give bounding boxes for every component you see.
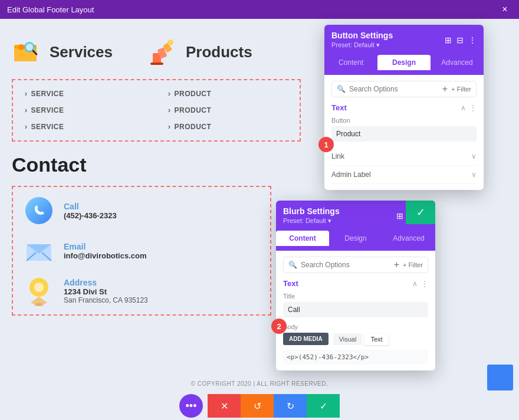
toolbar-more-button[interactable]: ••• [179, 394, 203, 418]
list-item: PRODUCT [168, 123, 288, 131]
search-bar: 🔍 + + Filter [331, 81, 477, 97]
link-label: Link [331, 152, 344, 160]
text-tab[interactable]: Text [364, 333, 388, 345]
email-value: info@divirobotics.com [64, 251, 147, 260]
toolbar-close-button[interactable]: ✕ [208, 394, 241, 418]
link-row[interactable]: Link ∨ [331, 147, 477, 166]
address-label: Address [64, 278, 148, 287]
contact-dashed-section: Call (452)-436-2323 Email info@divirob [12, 186, 271, 316]
button-field-label: Button [331, 117, 477, 124]
blue-square [487, 365, 513, 391]
blurb-tab-content[interactable]: Content [276, 231, 329, 246]
list-item: PRODUCT [168, 106, 288, 114]
panel-preset[interactable]: Preset: Default ▾ [331, 41, 393, 49]
products-title: Products [186, 43, 252, 61]
service-item: Services [12, 37, 113, 67]
call-label: Call [64, 202, 117, 211]
step-badge-2: 2 [271, 319, 287, 334]
tab-design[interactable]: Design [377, 55, 431, 70]
tab-content[interactable]: Content [324, 55, 377, 70]
product-item: Products [148, 37, 252, 67]
blurb-tab-design[interactable]: Design [329, 231, 382, 246]
blurb-filter-icon: + [394, 260, 399, 270]
map-pin-icon [27, 275, 51, 306]
svg-point-16 [34, 283, 44, 292]
blurb-checkmark-button[interactable]: ✓ [406, 201, 435, 224]
section-header: Text ∧ ⋮ [331, 103, 477, 112]
filter-icon: + [442, 84, 448, 94]
search-icon: 🔍 [337, 85, 346, 93]
copyright: © COPYRIGHT 2020 | ALL RIGHT RESERVED. [0, 380, 519, 387]
top-bar-close-button[interactable]: × [498, 2, 512, 17]
button-field-value[interactable]: Product [331, 126, 477, 142]
button-settings-panel: Button Settings Preset: Default ▾ ⊞ ⊟ ⋮ … [324, 25, 484, 190]
blurb-search-bar: 🔍 + + Filter [283, 257, 428, 273]
toolbar-undo-button[interactable]: ↺ [241, 394, 274, 418]
blurb-panel-title: Blurb Settings [283, 206, 340, 216]
blurb-tab-advanced[interactable]: Advanced [382, 231, 435, 246]
blurb-section-more-icon[interactable]: ⋮ [421, 280, 428, 288]
admin-chevron-icon: ∨ [471, 170, 477, 179]
contact-address-text: Address 1234 Divi St San Francisco, CA 9… [64, 278, 148, 304]
section-more-icon[interactable]: ⋮ [469, 104, 477, 112]
section-icons: ∧ ⋮ [461, 104, 477, 112]
nav-dashed-section: SERVICE PRODUCT SERVICE PRODUCT SERVICE … [12, 79, 301, 142]
blurb-collapse-icon[interactable]: ∧ [412, 280, 418, 288]
blurb-fullscreen-icon[interactable]: ⊞ [396, 211, 403, 221]
svg-point-9 [167, 40, 173, 45]
list-item: PRODUCT [168, 90, 288, 98]
visual-tab[interactable]: Visual [333, 333, 363, 345]
address-value-2: San Francisco, CA 935123 [64, 296, 148, 304]
blurb-section-label: Text [283, 279, 298, 288]
panel-fullscreen-icon[interactable]: ⊞ [445, 35, 452, 45]
blurb-filter-button[interactable]: + Filter [403, 261, 423, 268]
list-item: SERVICE [25, 90, 144, 98]
contact-email-text: Email info@divirobotics.com [64, 242, 147, 260]
collapse-icon[interactable]: ∧ [461, 104, 466, 112]
svg-point-5 [18, 44, 24, 50]
list-item: SERVICE [25, 123, 144, 131]
panel-body: 🔍 + + Filter Text ∧ ⋮ Button Product Lin… [324, 75, 484, 190]
toolbar-redo-button[interactable]: ↻ [274, 394, 307, 418]
blurb-search-input[interactable] [301, 261, 390, 269]
section-label: Text [331, 103, 347, 112]
tab-advanced[interactable]: Advanced [431, 55, 484, 70]
email-envelope-icon [25, 239, 52, 262]
address-icon [25, 277, 53, 305]
contact-row-call: Call (452)-436-2323 [25, 196, 258, 225]
phone-circle-icon [25, 197, 52, 224]
link-chevron-icon: ∨ [471, 152, 477, 160]
contact-call-text: Call (452)-436-2323 [64, 202, 117, 220]
toolbar-check-button[interactable]: ✓ [307, 394, 340, 418]
top-bar-title: Edit Global Footer Layout [7, 5, 94, 14]
top-bar: Edit Global Footer Layout × [0, 0, 519, 19]
step-badge-1: 1 [318, 137, 334, 152]
filter-button[interactable]: + Filter [451, 86, 471, 93]
blurb-panel-preset[interactable]: Preset: Default ▾ [283, 217, 340, 225]
admin-label: Admin Label [331, 170, 371, 179]
title-field-label: Title [283, 293, 428, 300]
add-media-button[interactable]: ADD MEDIA [283, 333, 329, 345]
body-field-label: Body [283, 323, 428, 330]
panel-header-icons: ⊞ ⊟ ⋮ [445, 35, 477, 45]
email-label: Email [64, 242, 147, 251]
body-toolbar: ADD MEDIA Visual Text [283, 333, 428, 345]
panel-columns-icon[interactable]: ⊟ [456, 35, 464, 45]
bottom-toolbar: ••• ✕ ↺ ↻ ✓ [0, 392, 519, 420]
visual-text-tabs: Visual Text [333, 333, 389, 345]
panel-more-icon[interactable]: ⋮ [468, 35, 477, 45]
blurb-section-icons: ∧ ⋮ [412, 280, 428, 288]
email-icon [25, 237, 53, 265]
search-input[interactable] [349, 85, 439, 93]
title-field-value[interactable]: Call [283, 302, 428, 317]
admin-label-row[interactable]: Admin Label ∨ [331, 166, 477, 184]
blurb-panel-body: 🔍 + + Filter Text ∧ ⋮ Title Call Body AD… [276, 251, 435, 370]
code-snippet: <p>(452)-436-2323</p> [283, 350, 428, 365]
services-title: Services [50, 43, 113, 61]
products-icon [148, 37, 179, 67]
blurb-settings-panel: Blurb Settings Preset: Default ▾ ⊞ ⊟ ⋮ C… [276, 201, 435, 370]
blurb-panel-tabs: Content Design Advanced [276, 231, 435, 251]
panel-tabs: Content Design Advanced [324, 55, 484, 75]
nav-list: SERVICE PRODUCT SERVICE PRODUCT SERVICE … [25, 90, 288, 131]
services-icon [12, 37, 42, 67]
